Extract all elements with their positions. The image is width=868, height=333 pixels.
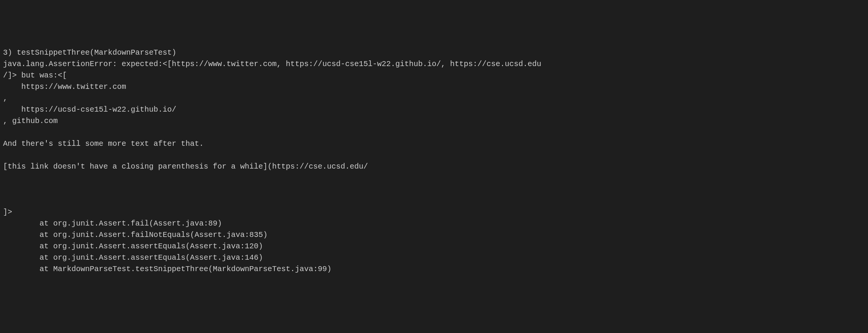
assertion-error-line: java.lang.AssertionError: expected:<[htt… xyxy=(3,60,541,68)
separator-line-2: , github.com xyxy=(3,117,58,125)
separator-line-1: , xyxy=(3,94,12,103)
actual-close-line: ]> xyxy=(3,208,12,216)
terminal-output: 3) testSnippetThree(MarkdownParseTest) j… xyxy=(3,47,865,275)
stacktrace-line-1: at org.junit.Assert.fail(Assert.java:89) xyxy=(3,219,222,228)
expected-close-line: /]> but was:<[ xyxy=(3,71,67,80)
actual-url-line-2: https://ucsd-cse15l-w22.github.io/ xyxy=(3,105,176,114)
link-text-line: [this link doesn't have a closing parent… xyxy=(3,162,368,171)
stacktrace-line-4: at org.junit.Assert.assertEquals(Assert.… xyxy=(3,253,263,262)
actual-url-line-1: https://www.twitter.com xyxy=(3,82,126,91)
stacktrace-line-3: at org.junit.Assert.assertEquals(Assert.… xyxy=(3,242,263,251)
text-after-line: And there's still some more text after t… xyxy=(3,139,204,148)
stacktrace-line-5: at MarkdownParseTest.testSnippetThree(Ma… xyxy=(3,265,331,273)
stacktrace-line-2: at org.junit.Assert.failNotEquals(Assert… xyxy=(3,230,268,239)
test-header-line: 3) testSnippetThree(MarkdownParseTest) xyxy=(3,48,176,57)
